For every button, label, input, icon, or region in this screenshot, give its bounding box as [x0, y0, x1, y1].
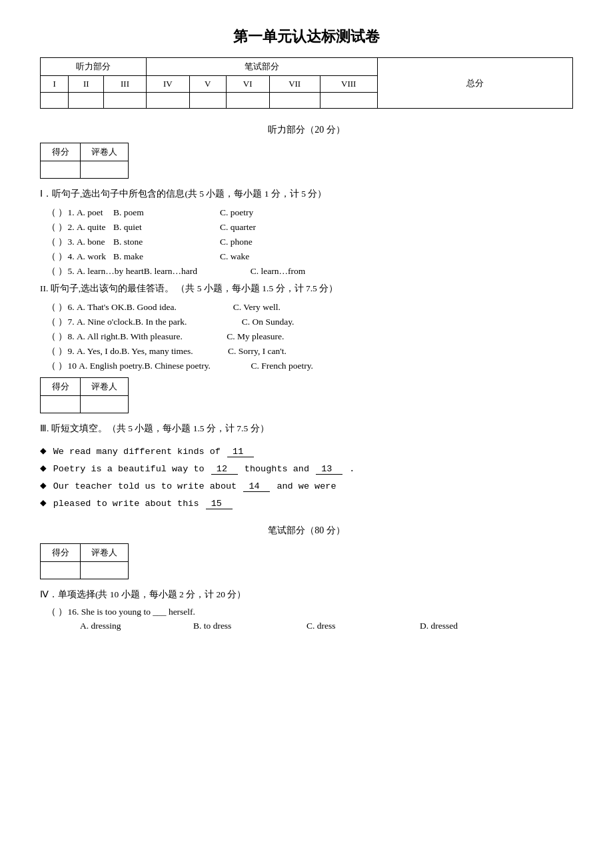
score-table: 听力部分 笔试部分 总分 I II III IV V VI VII VIII	[40, 57, 573, 109]
col-VI: VI	[226, 76, 269, 93]
section-IV-instruction: Ⅳ．单项选择(共 10 小题，每小题 2 分，计 20 分）	[40, 589, 573, 601]
grader-label-grader-2: 评卷人	[81, 378, 129, 396]
grader-score-input-1[interactable]	[41, 161, 81, 179]
col-VII: VII	[269, 76, 320, 93]
grader-table-1: 得分 评卷人	[40, 143, 129, 179]
col-II: II	[69, 76, 104, 93]
section-II-instruction: II. 听句子,选出该句的最佳答语。 （共 5 小题，每小题 1.5 分，计 7…	[40, 283, 573, 295]
blank-12[interactable]: 12	[211, 464, 238, 475]
score-IV[interactable]	[146, 93, 189, 109]
grader-label-grader-3: 评卷人	[81, 544, 129, 562]
grader-grader-input-3[interactable]	[81, 562, 129, 579]
score-table-total-header: 总分	[377, 58, 572, 109]
question-9: （ ）9. A. Yes, I do. B. Yes, many times. …	[47, 345, 573, 357]
section-II-questions: （ ）6. A. That's OK. B. Good idea. C. Ver…	[47, 301, 573, 372]
page-title: 第一单元认达标测试卷	[40, 27, 573, 47]
score-III[interactable]	[104, 93, 146, 109]
blank-14[interactable]: 14	[243, 481, 270, 492]
blank-15[interactable]: 15	[206, 499, 233, 509]
score-table-written-header: 笔试部分	[146, 58, 377, 76]
section-I-instruction: Ⅰ．听句子,选出句子中所包含的信息(共 5 小题，每小题 1 分，计 5 分）	[40, 188, 573, 200]
score-table-listening-header: 听力部分	[41, 58, 147, 76]
question-5: （ ）5. A. learn…by heart B. learn…hard C.…	[47, 265, 573, 277]
listening-section-title: 听力部分（20 分）	[40, 122, 573, 136]
section-I-questions: （ ）1. A. poet B. poem C. poetry （ ）2. A.…	[47, 207, 573, 277]
grader-label-score-1: 得分	[41, 143, 81, 161]
q16-opt-a: A. dressing	[80, 621, 193, 631]
bullet-2: ◆ Poetry is a beautiful way to 12 though…	[40, 461, 573, 475]
bullet-1: ◆ We read many different kinds of 11	[40, 444, 573, 457]
grader-grader-input-1[interactable]	[81, 161, 129, 179]
score-VII[interactable]	[269, 93, 320, 109]
question-1: （ ）1. A. poet B. poem C. poetry	[47, 207, 573, 219]
col-V: V	[189, 76, 226, 93]
col-III: III	[104, 76, 146, 93]
grader-table-2: 得分 评卷人	[40, 377, 129, 413]
section-III-content: ◆ We read many different kinds of 11 ◆ P…	[40, 444, 573, 509]
score-VIII[interactable]	[320, 93, 377, 109]
score-I[interactable]	[41, 93, 69, 109]
score-V[interactable]	[189, 93, 226, 109]
question-6: （ ）6. A. That's OK. B. Good idea. C. Ver…	[47, 301, 573, 313]
question-16-options: A. dressing B. to dress C. dress D. dres…	[80, 621, 573, 631]
question-10: （ ）10 A. English poetry. B. Chinese poet…	[47, 360, 573, 372]
q16-opt-c: C. dress	[306, 621, 420, 631]
grader-label-grader-1: 评卷人	[81, 143, 129, 161]
grader-label-score-2: 得分	[41, 378, 81, 396]
grader-score-input-2[interactable]	[41, 396, 81, 413]
question-3: （ ）3. A. bone B. stone C. phone	[47, 236, 573, 248]
question-4: （ ）4. A. work B. make C. wake	[47, 251, 573, 263]
section-III-instruction: Ⅲ. 听短文填空。（共 5 小题，每小题 1.5 分，计 7.5 分）	[40, 423, 573, 435]
grader-label-score-3: 得分	[41, 544, 81, 562]
bullet-4: ◆ pleased to write about this 15	[40, 496, 573, 509]
q16-opt-b: B. to dress	[193, 621, 306, 631]
grader-grader-input-2[interactable]	[81, 396, 129, 413]
blank-11[interactable]: 11	[227, 447, 254, 457]
question-16: （ ）16. She is too young to ___ herself.	[47, 606, 573, 618]
score-II[interactable]	[69, 93, 104, 109]
question-8: （ ）8. A. All right. B. With pleasure. C.…	[47, 331, 573, 343]
score-VI[interactable]	[226, 93, 269, 109]
col-VIII: VIII	[320, 76, 377, 93]
col-IV: IV	[146, 76, 189, 93]
col-I: I	[41, 76, 69, 93]
grader-score-input-3[interactable]	[41, 562, 81, 579]
q16-opt-d: D. dressed	[420, 621, 533, 631]
bullet-3: ◆ Our teacher told us to write about 14 …	[40, 479, 573, 492]
written-section-title: 笔试部分（80 分）	[40, 523, 573, 537]
blank-13[interactable]: 13	[316, 464, 342, 475]
question-7: （ ）7. A. Nine o'clock. B. In the park. C…	[47, 316, 573, 328]
question-2: （ ）2. A. quite B. quiet C. quarter	[47, 221, 573, 233]
grader-table-3: 得分 评卷人	[40, 543, 129, 579]
